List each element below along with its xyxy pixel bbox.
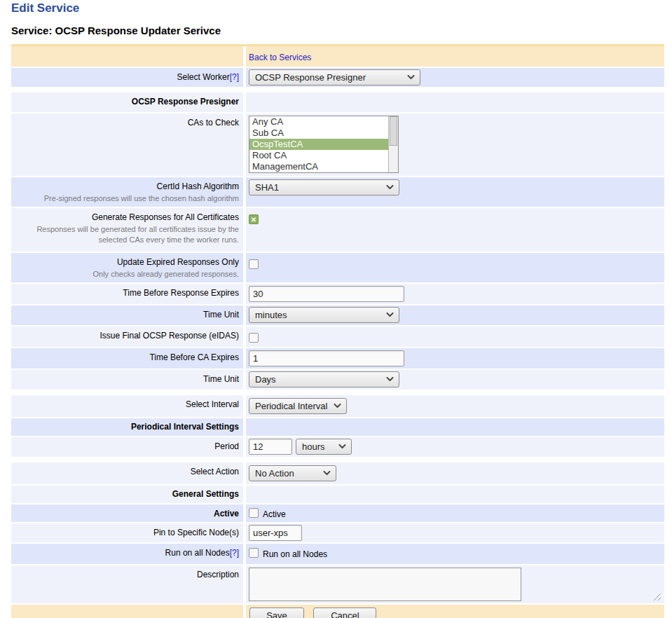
time-before-ca-input[interactable] bbox=[249, 350, 404, 366]
interval-section-header: Periodical Interval Settings bbox=[131, 422, 239, 432]
list-option[interactable]: ManagementCA bbox=[249, 161, 388, 172]
time-before-response-input[interactable] bbox=[249, 286, 404, 302]
resize-grip-icon[interactable] bbox=[652, 591, 661, 600]
select-interval-dropdown[interactable]: Periodical Interval bbox=[249, 398, 347, 414]
time-unit-ca-dropdown[interactable]: Days bbox=[249, 371, 399, 387]
period-label: Period bbox=[214, 441, 239, 451]
period-unit-dropdown[interactable]: hours bbox=[296, 439, 352, 455]
active-label: Active bbox=[214, 509, 239, 519]
select-action-dropdown[interactable]: No Action bbox=[249, 465, 336, 481]
select-worker-help-link[interactable]: [?] bbox=[230, 72, 239, 82]
chevron-down-icon bbox=[386, 185, 394, 190]
time-before-response-row: Time Before Response Expires bbox=[11, 284, 664, 304]
cas-to-check-label-cell: CAs to Check bbox=[11, 114, 243, 176]
time-unit-response-cell: minutes bbox=[246, 305, 664, 325]
empty-cell bbox=[246, 486, 664, 503]
listbox-scrollbar[interactable] bbox=[388, 116, 398, 172]
time-before-ca-row: Time Before CA Expires bbox=[11, 348, 664, 369]
chevron-down-icon bbox=[338, 444, 346, 449]
select-worker-row: Select Worker[?] OCSP Response Presigner bbox=[11, 68, 664, 87]
generate-responses-checkbox[interactable] bbox=[249, 214, 259, 224]
select-worker-cell: OCSP Response Presigner bbox=[246, 68, 664, 87]
cancel-button[interactable]: Cancel bbox=[313, 607, 376, 618]
generate-responses-label: Generate Responses for All Certificates bbox=[14, 212, 239, 223]
time-before-response-cell bbox=[246, 284, 664, 304]
list-option[interactable]: Root CA bbox=[249, 150, 388, 161]
chevron-down-icon bbox=[386, 377, 394, 382]
certid-hash-cell: SHA1 bbox=[246, 177, 664, 207]
issue-final-cell bbox=[246, 327, 664, 347]
run-all-nodes-checkbox-label: Run on all Nodes bbox=[263, 549, 327, 559]
cas-to-check-listbox[interactable]: Any CA Sub CA OcspTestCA Root CA Managem… bbox=[249, 116, 399, 173]
select-worker-dropdown[interactable]: OCSP Response Presigner bbox=[249, 69, 420, 85]
active-checkbox[interactable] bbox=[249, 508, 259, 518]
issue-final-label-cell: Issue Final OCSP Response (eIDAS) bbox=[11, 327, 243, 347]
update-expired-checkbox[interactable] bbox=[249, 259, 259, 269]
time-unit-ca-row: Time Unit Days bbox=[11, 370, 664, 390]
time-before-response-label-cell: Time Before Response Expires bbox=[11, 284, 243, 304]
issue-final-row: Issue Final OCSP Response (eIDAS) bbox=[11, 327, 664, 347]
list-option-selected[interactable]: OcspTestCA bbox=[249, 139, 388, 150]
empty-cell bbox=[11, 46, 243, 67]
run-all-nodes-help-link[interactable]: [?] bbox=[230, 548, 239, 558]
select-worker-label: Select Worker bbox=[177, 72, 230, 82]
buttons-cell: Save Cancel bbox=[246, 605, 664, 618]
pin-nodes-cell bbox=[246, 523, 664, 542]
cas-to-check-cell: Any CA Sub CA OcspTestCA Root CA Managem… bbox=[246, 114, 664, 176]
empty-cell bbox=[246, 418, 664, 436]
active-row: Active Active bbox=[11, 504, 664, 522]
time-unit-response-dropdown[interactable]: minutes bbox=[249, 307, 399, 323]
active-checkbox-label: Active bbox=[263, 509, 286, 519]
run-all-nodes-label: Run on all Nodes bbox=[165, 548, 230, 558]
description-label: Description bbox=[197, 570, 239, 579]
general-section-header-cell: General Settings bbox=[11, 486, 243, 503]
list-option[interactable]: Any CA bbox=[249, 116, 388, 128]
update-expired-label-cell: Update Expired Responses Only Only check… bbox=[11, 253, 243, 282]
period-value-input[interactable] bbox=[249, 439, 292, 455]
pin-nodes-input[interactable] bbox=[249, 525, 302, 541]
period-row: Period hours bbox=[11, 437, 664, 457]
empty-cell bbox=[11, 605, 243, 618]
select-action-label: Select Action bbox=[191, 467, 239, 476]
certid-hash-label-cell: CertId Hash Algorithm Pre-signed respons… bbox=[11, 177, 243, 207]
service-subtitle: Service: OCSP Response Updater Serivce bbox=[0, 15, 672, 36]
select-action-value: No Action bbox=[255, 468, 294, 479]
select-action-label-cell: Select Action bbox=[11, 462, 243, 484]
update-expired-label: Update Expired Responses Only bbox=[14, 257, 239, 268]
time-unit-response-label-cell: Time Unit bbox=[11, 305, 243, 325]
time-unit-ca-value: Days bbox=[255, 374, 276, 385]
service-edit-form: Back to Services Select Worker[?] OCSP R… bbox=[11, 44, 664, 618]
description-row: Description bbox=[11, 565, 664, 603]
edit-service-page: Edit Service Service: OCSP Response Upda… bbox=[0, 0, 672, 618]
time-unit-ca-cell: Days bbox=[246, 370, 664, 390]
active-label-cell: Active bbox=[11, 504, 243, 522]
back-to-services-link[interactable]: Back to Services bbox=[249, 53, 311, 62]
save-button[interactable]: Save bbox=[249, 607, 304, 618]
select-interval-row: Select Interval Periodical Interval bbox=[11, 395, 664, 417]
generate-responses-label-cell: Generate Responses for All Certificates … bbox=[11, 208, 243, 252]
pin-nodes-label-cell: Pin to Specific Node(s) bbox=[11, 523, 243, 542]
scrollbar-thumb[interactable] bbox=[390, 116, 397, 146]
interval-section-header-row: Periodical Interval Settings bbox=[11, 418, 664, 436]
issue-final-checkbox[interactable] bbox=[249, 333, 259, 343]
update-expired-cell bbox=[246, 253, 664, 282]
description-textarea[interactable] bbox=[249, 568, 521, 601]
run-all-nodes-checkbox[interactable] bbox=[249, 548, 259, 558]
list-option[interactable]: Sub CA bbox=[249, 128, 388, 139]
issue-final-label: Issue Final OCSP Response (eIDAS) bbox=[100, 331, 239, 341]
cas-to-check-options: Any CA Sub CA OcspTestCA Root CA Managem… bbox=[249, 116, 388, 172]
back-link-cell: Back to Services bbox=[246, 46, 664, 67]
buttons-row: Save Cancel bbox=[11, 605, 664, 618]
select-interval-cell: Periodical Interval bbox=[246, 395, 664, 417]
select-worker-value: OCSP Response Presigner bbox=[255, 72, 366, 83]
generate-responses-row: Generate Responses for All Certificates … bbox=[11, 208, 664, 252]
select-interval-label: Select Interval bbox=[186, 399, 239, 409]
description-label-cell: Description bbox=[11, 565, 243, 603]
generate-responses-cell bbox=[246, 208, 664, 252]
active-cell: Active bbox=[246, 504, 664, 522]
certid-hash-dropdown[interactable]: SHA1 bbox=[249, 179, 399, 195]
time-unit-response-row: Time Unit minutes bbox=[11, 305, 664, 325]
chevron-down-icon bbox=[334, 404, 341, 408]
period-label-cell: Period bbox=[11, 437, 243, 457]
cas-to-check-row: CAs to Check Any CA Sub CA OcspTestCA Ro… bbox=[11, 114, 664, 176]
